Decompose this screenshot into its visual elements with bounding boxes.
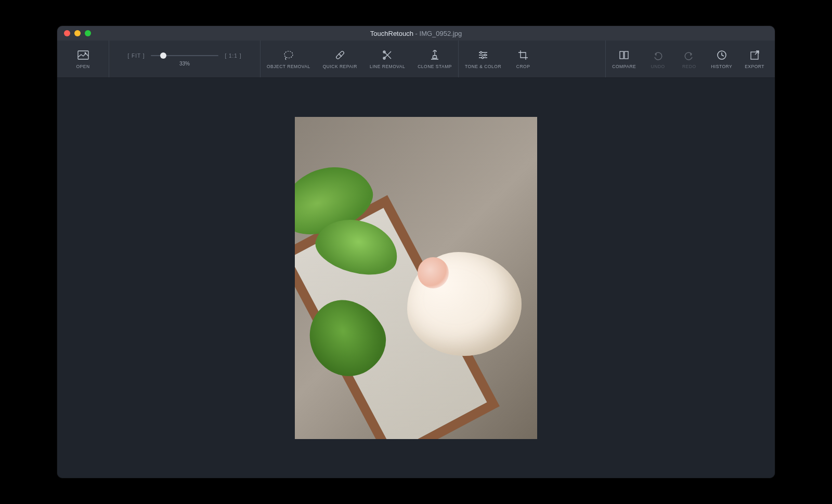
svg-rect-13 — [625, 51, 628, 59]
compare-icon — [618, 49, 630, 61]
open-label: OPEN — [76, 64, 89, 69]
redo-label: REDO — [682, 64, 696, 69]
svg-point-4 — [339, 54, 339, 54]
compare-label: COMPARE — [612, 64, 636, 69]
zoom-section: [ FIT ] [ 1:1 ] 33% — [109, 41, 260, 77]
zoom-slider-thumb[interactable] — [160, 52, 166, 59]
export-icon — [749, 49, 760, 61]
svg-point-9 — [480, 51, 482, 54]
object-removal-button[interactable]: OBJECT REMOVAL — [261, 41, 317, 77]
app-name: TouchRetouch — [370, 30, 413, 37]
stamp-icon — [429, 49, 440, 61]
traffic-lights — [57, 30, 91, 36]
tone-color-label: TONE & COLOR — [465, 64, 501, 69]
scissors-icon — [382, 49, 393, 61]
redo-icon — [683, 49, 695, 61]
zoom-value: 33% — [179, 61, 190, 67]
window-minimize-button[interactable] — [74, 30, 81, 36]
quick-repair-label: QUICK REPAIR — [323, 64, 357, 69]
sliders-icon — [477, 49, 489, 61]
undo-icon — [652, 49, 664, 61]
lasso-icon — [283, 49, 294, 61]
svg-point-5 — [341, 56, 341, 56]
object-removal-label: OBJECT REMOVAL — [267, 64, 310, 69]
file-name: - IMG_0952.jpg — [415, 30, 462, 37]
history-button[interactable]: HISTORY — [705, 41, 738, 77]
svg-rect-0 — [78, 51, 88, 59]
redo-button[interactable]: REDO — [673, 41, 705, 77]
edited-image[interactable] — [295, 117, 537, 439]
tone-color-button[interactable]: TONE & COLOR — [459, 41, 508, 77]
svg-point-10 — [484, 54, 486, 56]
export-label: EXPORT — [745, 64, 764, 69]
clone-stamp-button[interactable]: CLONE STAMP — [411, 41, 458, 77]
clone-stamp-label: CLONE STAMP — [418, 64, 452, 69]
line-removal-label: LINE REMOVAL — [370, 64, 405, 69]
canvas-area[interactable] — [57, 78, 775, 478]
window-close-button[interactable] — [64, 30, 70, 36]
crop-button[interactable]: CROP — [508, 41, 539, 77]
titlebar: TouchRetouch - IMG_0952.jpg — [57, 26, 775, 41]
export-button[interactable]: EXPORT — [738, 41, 771, 77]
svg-point-11 — [482, 57, 484, 59]
crop-label: CROP — [516, 64, 530, 69]
zoom-100-button[interactable]: [ 1:1 ] — [223, 52, 243, 60]
svg-point-6 — [340, 55, 340, 55]
history-label: HISTORY — [711, 64, 732, 69]
image-icon — [77, 49, 89, 61]
open-button[interactable]: OPEN — [68, 41, 99, 77]
window-title: TouchRetouch - IMG_0952.jpg — [57, 30, 775, 37]
zoom-slider[interactable] — [151, 55, 218, 56]
compare-button[interactable]: COMPARE — [606, 41, 642, 77]
app-window: TouchRetouch - IMG_0952.jpg OPEN [ FIT ] — [57, 26, 775, 478]
svg-rect-12 — [620, 51, 623, 59]
line-removal-button[interactable]: LINE REMOVAL — [363, 41, 411, 77]
crop-icon — [517, 49, 529, 61]
bandage-icon — [334, 49, 346, 61]
window-maximize-button[interactable] — [85, 30, 91, 36]
toolbar: OPEN [ FIT ] [ 1:1 ] 33% — [57, 41, 775, 78]
undo-label: UNDO — [651, 64, 665, 69]
svg-rect-15 — [751, 52, 758, 59]
svg-point-2 — [284, 51, 293, 58]
history-icon — [716, 49, 727, 61]
quick-repair-button[interactable]: QUICK REPAIR — [317, 41, 363, 77]
zoom-fit-button[interactable]: [ FIT ] — [126, 52, 147, 60]
undo-button[interactable]: UNDO — [642, 41, 673, 77]
svg-point-1 — [84, 52, 86, 54]
